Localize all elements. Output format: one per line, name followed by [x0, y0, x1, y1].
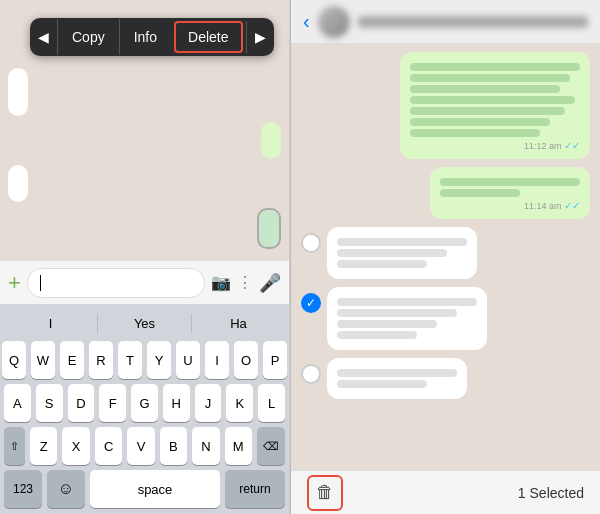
- context-menu-back-arrow[interactable]: ◀: [30, 21, 57, 53]
- key-r[interactable]: R: [89, 341, 113, 379]
- message-time-2: 11:14 am ✓✓: [440, 200, 580, 211]
- key-q[interactable]: Q: [2, 341, 26, 379]
- more-options-icon[interactable]: ⋮: [237, 273, 253, 292]
- return-key[interactable]: return: [225, 470, 285, 508]
- space-key[interactable]: space: [90, 470, 220, 508]
- key-x[interactable]: X: [62, 427, 89, 465]
- key-n[interactable]: N: [192, 427, 219, 465]
- key-d[interactable]: D: [68, 384, 95, 422]
- left-panel: ◀ Copy Info Delete ▶: [0, 0, 290, 514]
- sent-bubble-2: 11:14 am ✓✓: [430, 167, 590, 219]
- text-cursor: [40, 275, 41, 291]
- select-circle-1[interactable]: [301, 233, 321, 253]
- message-input[interactable]: [27, 268, 205, 298]
- key-u[interactable]: U: [176, 341, 200, 379]
- right-message-sent-1: 11:12 am ✓✓: [301, 52, 590, 159]
- key-i[interactable]: I: [205, 341, 229, 379]
- keyboard-suggestions: I Yes Ha: [4, 310, 285, 337]
- keyboard-row-1: Q W E R T Y U I O P: [4, 341, 285, 379]
- right-bottom-bar: 🗑 1 Selected: [291, 470, 600, 514]
- context-menu-info[interactable]: Info: [119, 19, 171, 55]
- suggestion-1[interactable]: I: [4, 314, 98, 333]
- key-v[interactable]: V: [127, 427, 154, 465]
- selected-count-label: 1 Selected: [518, 485, 584, 501]
- keyboard-row-bottom: 123 ☺ space return: [4, 470, 285, 508]
- back-button[interactable]: ‹: [303, 10, 310, 33]
- key-m[interactable]: M: [225, 427, 252, 465]
- key-k[interactable]: K: [226, 384, 253, 422]
- right-message-received-2[interactable]: [301, 287, 590, 350]
- key-z[interactable]: Z: [30, 427, 57, 465]
- left-bubble-received-2: [8, 165, 28, 202]
- right-chat-area: 11:12 am ✓✓ 11:14 am ✓✓: [291, 44, 600, 470]
- key-o[interactable]: O: [234, 341, 258, 379]
- right-message-sent-2: 11:14 am ✓✓: [301, 167, 590, 219]
- context-menu-forward-arrow[interactable]: ▶: [246, 21, 274, 53]
- keyboard-row-2: A S D F G H J K L: [4, 384, 285, 422]
- delete-selected-button[interactable]: 🗑: [307, 475, 343, 511]
- key-t[interactable]: T: [118, 341, 142, 379]
- message-time-1: 11:12 am ✓✓: [410, 140, 580, 151]
- voice-message-icon[interactable]: 🎤: [259, 272, 281, 294]
- key-l[interactable]: L: [258, 384, 285, 422]
- key-h[interactable]: H: [163, 384, 190, 422]
- messages-left: [8, 68, 281, 249]
- right-message-received-1[interactable]: [301, 227, 590, 279]
- received-bubble-3: [327, 358, 467, 399]
- key-s[interactable]: S: [36, 384, 63, 422]
- trash-icon: 🗑: [316, 482, 334, 503]
- contact-avatar: [318, 6, 350, 38]
- left-bubble-sent-1: [261, 122, 281, 159]
- contact-name: [358, 16, 588, 28]
- numbers-key[interactable]: 123: [4, 470, 42, 508]
- key-w[interactable]: W: [31, 341, 55, 379]
- select-circle-2-checked[interactable]: [301, 293, 321, 313]
- key-e[interactable]: E: [60, 341, 84, 379]
- key-p[interactable]: P: [263, 341, 287, 379]
- camera-icon[interactable]: 📷: [211, 273, 231, 292]
- right-panel: ‹ 11:12 am ✓✓ 11:14 am ✓✓: [291, 0, 600, 514]
- right-header: ‹: [291, 0, 600, 44]
- received-bubble-2: [327, 287, 487, 350]
- context-menu-copy[interactable]: Copy: [57, 19, 119, 55]
- right-message-received-3[interactable]: [301, 358, 590, 399]
- context-menu: ◀ Copy Info Delete ▶: [30, 18, 274, 56]
- sent-bubble-1: 11:12 am ✓✓: [400, 52, 590, 159]
- suggestion-2[interactable]: Yes: [98, 314, 192, 333]
- select-circle-3[interactable]: [301, 364, 321, 384]
- backspace-key[interactable]: ⌫: [257, 427, 285, 465]
- left-bubble-received-1: [8, 68, 28, 116]
- key-g[interactable]: G: [131, 384, 158, 422]
- shift-key[interactable]: ⇧: [4, 427, 25, 465]
- left-bubble-sent-2: [257, 208, 281, 249]
- add-attachment-button[interactable]: +: [8, 270, 21, 296]
- input-bar: + 📷 ⋮ 🎤: [0, 260, 289, 304]
- received-bubble-1: [327, 227, 477, 279]
- key-c[interactable]: C: [95, 427, 122, 465]
- suggestion-3[interactable]: Ha: [192, 314, 285, 333]
- key-f[interactable]: F: [99, 384, 126, 422]
- keyboard-row-3: ⇧ Z X C V B N M ⌫: [4, 427, 285, 465]
- chat-area: ◀ Copy Info Delete ▶: [0, 0, 289, 260]
- context-menu-delete[interactable]: Delete: [174, 21, 242, 53]
- key-y[interactable]: Y: [147, 341, 171, 379]
- key-j[interactable]: J: [195, 384, 222, 422]
- key-b[interactable]: B: [160, 427, 187, 465]
- keyboard: I Yes Ha Q W E R T Y U I O P A S D F G H…: [0, 304, 289, 514]
- emoji-key[interactable]: ☺: [47, 470, 85, 508]
- key-a[interactable]: A: [4, 384, 31, 422]
